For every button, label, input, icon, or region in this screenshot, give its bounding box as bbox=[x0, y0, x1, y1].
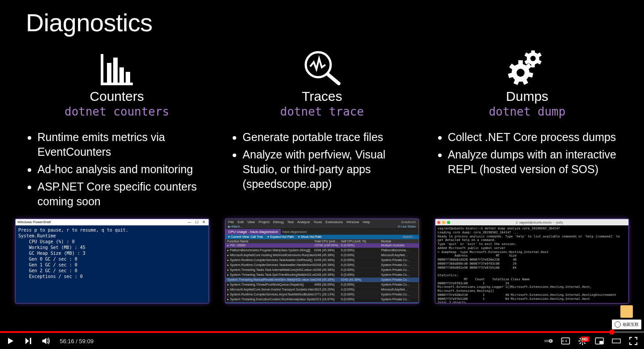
columns: Counters dotnet counters Runtime emits m… bbox=[9, 45, 635, 212]
progress-bar[interactable] bbox=[0, 331, 644, 333]
svg-rect-27 bbox=[612, 339, 620, 343]
terminal-title: 2. vagrant@ubuntu-bionic: ~ (ssh) bbox=[452, 221, 627, 224]
bullet: Analyze with perfview, Visual Studio, or… bbox=[242, 147, 412, 191]
svg-point-10 bbox=[530, 56, 536, 61]
vs-columns: Function NameTotal CPU [unit…Self CPU [u… bbox=[226, 239, 418, 243]
svg-rect-24 bbox=[584, 342, 586, 344]
col-heading: Counters bbox=[14, 89, 219, 104]
powershell-output: Press p to pause, r to resume, q to quit… bbox=[16, 225, 209, 303]
col-heading: Dumps bbox=[425, 89, 630, 104]
bullet: ASP.NET Core specific counters coming so… bbox=[37, 179, 207, 209]
theater-button[interactable] bbox=[612, 337, 621, 345]
brand-logo: 创新互联 bbox=[612, 320, 641, 329]
bullets: Runtime emits metrics via EventCounters … bbox=[19, 130, 219, 209]
play-button[interactable] bbox=[6, 337, 15, 345]
fullscreen-button[interactable] bbox=[629, 337, 638, 345]
video-controls: 56:16 / 59:09 HD bbox=[0, 331, 644, 349]
vs-tab: CPU Usage - trace.diagsession bbox=[226, 229, 281, 235]
magnify-wave-icon bbox=[219, 45, 424, 85]
svg-point-12 bbox=[517, 69, 525, 77]
svg-rect-0 bbox=[101, 54, 103, 85]
mascot-icon bbox=[620, 305, 633, 318]
screenshot-row: Windows PowerShell —☐✕ Press p to pause,… bbox=[9, 214, 635, 303]
svg-rect-19 bbox=[578, 341, 580, 341]
bullets: Generate portable trace files Analyze wi… bbox=[224, 130, 424, 191]
vs-rows: ▸ PID: 3080013768 (100.00%)0 (0.00%)Mult… bbox=[226, 243, 418, 303]
miniplayer-button[interactable] bbox=[595, 337, 604, 345]
col-command: dotnet dump bbox=[425, 105, 630, 118]
col-command: dotnet trace bbox=[219, 105, 424, 118]
window-title: Windows PowerShell bbox=[17, 219, 51, 225]
terminal-screenshot: 2. vagrant@ubuntu-bionic: ~ (ssh) vagran… bbox=[435, 219, 629, 303]
slide: Diagnostics Counters dotnet counters Run… bbox=[0, 0, 644, 331]
progress-fill bbox=[0, 331, 612, 333]
vs-tabrow: CPU Usage - trace.diagsessiontrace.diags… bbox=[226, 229, 418, 235]
col-dumps: Dumps dotnet dump Collect .NET Core proc… bbox=[425, 45, 630, 212]
window-titlebar: Windows PowerShell —☐✕ bbox=[16, 219, 209, 225]
col-traces: Traces dotnet trace Generate portable tr… bbox=[219, 45, 424, 212]
bullet: Runtime emits metrics via EventCounters bbox=[37, 130, 207, 159]
svg-rect-2 bbox=[107, 63, 111, 83]
svg-rect-3 bbox=[113, 58, 118, 83]
vs-toolbar: ▶ Attach…⟲ Live Share bbox=[226, 225, 418, 229]
volume-button[interactable] bbox=[42, 337, 51, 345]
col-counters: Counters dotnet counters Runtime emits m… bbox=[14, 45, 219, 212]
terminal-output: vagrant@ubuntu-bionic:~$ dotnet dump ana… bbox=[435, 225, 628, 303]
progress-scrubber[interactable] bbox=[609, 329, 615, 335]
bullet: Collect .NET Core process dumps bbox=[448, 130, 617, 145]
hd-badge: HD bbox=[581, 337, 589, 342]
brand-overlay: 创新互联 bbox=[612, 305, 641, 329]
svg-line-7 bbox=[328, 74, 339, 83]
captions-button[interactable] bbox=[561, 337, 570, 345]
svg-rect-4 bbox=[119, 67, 124, 83]
bullets: Collect .NET Core process dumps Analyze … bbox=[429, 130, 630, 177]
settings-button[interactable]: HD bbox=[578, 337, 587, 345]
time-display: 56:16 / 59:09 bbox=[60, 338, 94, 345]
autoplay-toggle[interactable] bbox=[544, 337, 553, 345]
bullet: Generate portable trace files bbox=[242, 130, 412, 145]
gears-icon bbox=[425, 45, 630, 85]
bullet: Ad-hoc analysis and monitoring bbox=[37, 162, 207, 177]
mac-titlebar: 2. vagrant@ubuntu-bionic: ~ (ssh) bbox=[435, 219, 628, 225]
powershell-screenshot: Windows PowerShell —☐✕ Press p to pause,… bbox=[15, 219, 209, 303]
visualstudio-screenshot: FileEditViewProjectDebugTestAnalyzeTools… bbox=[225, 219, 419, 303]
svg-rect-22 bbox=[579, 342, 581, 344]
globe-icon bbox=[615, 321, 621, 328]
vs-menu: FileEditViewProjectDebugTestAnalyzeTools… bbox=[226, 219, 418, 225]
svg-rect-26 bbox=[599, 341, 603, 344]
svg-rect-18 bbox=[582, 343, 583, 345]
col-heading: Traces bbox=[219, 89, 424, 104]
next-button[interactable] bbox=[24, 337, 33, 345]
bar-chart-icon bbox=[14, 45, 219, 85]
slide-title: Diagnostics bbox=[26, 8, 635, 37]
bullet: Analyze dumps with an interactive REPL (… bbox=[448, 147, 617, 177]
window-controls: —☐✕ bbox=[186, 219, 207, 225]
col-command: dotnet counters bbox=[14, 105, 219, 118]
vs-subtoolbar: ▾ Current View: Call Tree▾ Expand Hot Pa… bbox=[226, 235, 418, 239]
svg-rect-5 bbox=[126, 72, 130, 83]
svg-rect-1 bbox=[101, 83, 133, 85]
